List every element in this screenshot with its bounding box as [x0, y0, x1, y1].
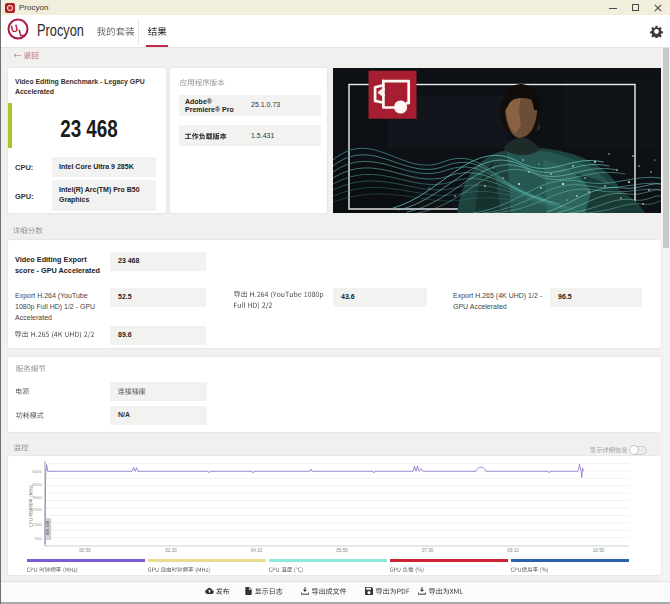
svg-text:05:50: 05:50	[336, 548, 348, 553]
svg-text:2500: 2500	[32, 507, 42, 512]
svg-text:809-608: 809-608	[45, 520, 50, 535]
svg-text:5000: 5000	[32, 469, 42, 474]
svg-text:02:30: 02:30	[165, 548, 177, 553]
svg-text:L: L	[17, 27, 26, 39]
svg-text:00:50: 00:50	[79, 548, 91, 553]
svg-text:07:30: 07:30	[422, 548, 434, 553]
svg-text:3500: 3500	[32, 495, 42, 500]
svg-text:04:10: 04:10	[251, 548, 263, 553]
svg-text:1500: 1500	[32, 522, 42, 527]
svg-text:10:50: 10:50	[593, 548, 605, 553]
svg-text:500: 500	[35, 536, 43, 541]
svg-text:09:10: 09:10	[507, 548, 519, 553]
svg-text:4500: 4500	[32, 482, 42, 487]
